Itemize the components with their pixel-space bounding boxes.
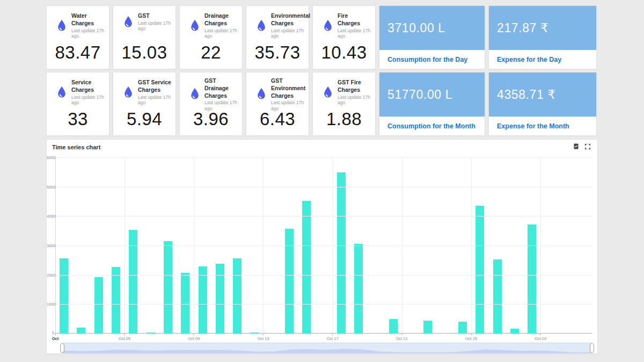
bar[interactable] [77,328,85,334]
bar[interactable] [250,332,259,334]
bar[interactable] [147,332,155,334]
x-tick [332,334,333,335]
x-tick [194,334,194,335]
bar[interactable] [199,266,207,334]
brush-handle-left[interactable] [60,343,64,353]
stat-card-last-update: Last update 17h ago [71,28,105,39]
stat-card-value: 83.47 [49,43,106,64]
bar-chart-plot: 0100020003000400050006000OctOct 05Oct 09… [55,157,592,334]
water-drop-icon [255,19,267,33]
v-gridline [402,157,402,334]
stat-card-title: Water Charges [71,12,105,27]
y-tick-label: 5000 [47,184,54,189]
summary-card-label: Expense for the Month [489,117,596,135]
x-tick-label: Oct 09 [188,336,200,341]
chart-toolbar [574,143,590,149]
stat-card-value: 33 [49,110,106,131]
bar[interactable] [302,201,311,334]
x-tick-label: Oct 25 [465,336,477,341]
stat-card-header: Environmental Charges Last update 17h ag… [249,12,306,39]
y-tick-label: 3000 [47,243,54,248]
chart-range-brush[interactable] [62,343,592,353]
summary-card: 217.87 ₹ Expense for the Day [488,5,597,69]
bar[interactable] [285,229,294,334]
bar[interactable] [164,241,172,334]
bar[interactable] [493,259,502,334]
h-gridline [55,245,592,246]
water-drop-icon [56,19,68,33]
stat-card-title: Service Charges [71,79,105,94]
summary-card: 51770.00 L Consumption for the Month [379,72,485,136]
chart-title: Time series chart [52,144,100,150]
x-tick-label: Oct 17 [327,336,339,341]
x-tick [125,334,125,335]
h-gridline [55,216,592,216]
export-image-icon[interactable] [574,143,579,149]
bar[interactable] [112,267,120,334]
stat-card-title: GST Drainage Charges [204,77,238,100]
stat-card: Water Charges Last update 17h ago 83.47 [46,5,109,69]
stat-card-header: Water Charges Last update 17h ago [49,12,106,39]
stat-card-title: Environmental Charges [271,12,310,27]
v-gridline [333,157,333,334]
x-tick-label: Oct 29 [535,336,546,341]
stat-card-title: GST [138,12,172,20]
stat-card: Service Charges Last update 17h ago 33 [46,72,109,136]
summary-card: 4358.71 ₹ Expense for the Month [488,72,597,136]
stat-card-value: 5.94 [116,110,173,131]
stat-card-last-update: Last update 17h ago [338,28,371,39]
stat-card-title: Drainage Charges [204,12,238,27]
stat-card: GST Last update 17h ago 15.03 [113,5,176,69]
water-drop-icon [122,85,134,99]
water-drop-icon [322,19,334,33]
bar[interactable] [337,172,346,334]
stat-card-header: GST Last update 17h ago [116,12,173,31]
bar[interactable] [458,322,467,334]
stat-card-value: 6.43 [249,110,306,131]
stat-card: GST Drainage Charges Last update 17h ago… [179,72,243,136]
time-series-chart-card: Time series chart 0100020003000400050006… [46,139,598,354]
stat-card-last-update: Last update 17h ago [338,95,371,105]
h-gridline [55,304,592,305]
bar[interactable] [510,329,519,334]
summary-card-value: 51770.00 L [379,73,485,117]
x-tick [263,334,264,335]
stat-card-value: 1.88 [316,110,372,131]
y-tick-label: 4000 [47,214,54,219]
stat-card-value: 15.03 [116,43,173,64]
bar[interactable] [423,321,432,334]
bar[interactable] [60,258,68,334]
water-drop-icon [322,85,334,99]
y-tick-label: 0 [47,330,54,335]
stat-row-1: Water Charges Last update 17h ago 83.47 … [46,5,598,69]
fullscreen-icon[interactable] [585,144,590,149]
stat-card-last-update: Last update 17h ago [138,95,172,105]
summary-card-value: 217.87 ₹ [489,6,596,50]
summary-card-label: Consumption for the Day [379,50,485,69]
bar[interactable] [354,244,363,334]
bar[interactable] [475,206,484,334]
y-tick-label: 6000 [47,155,54,160]
h-gridline [55,275,592,276]
v-gridline [263,157,264,334]
bar[interactable] [233,258,241,334]
summary-card-label: Expense for the Day [489,50,596,69]
stat-card-header: Fire Charges Last update 17h ago [316,12,372,39]
h-gridline [55,187,592,187]
h-gridline [55,157,592,158]
bar[interactable] [94,277,103,334]
v-gridline [194,157,194,334]
bar[interactable] [528,225,536,334]
stat-card-last-update: Last update 17h ago [271,28,310,39]
stat-card: GST Environment Charges Last update 17h … [246,72,309,136]
x-tick-label: Oct [52,336,59,341]
brush-handle-right[interactable] [590,343,594,353]
bar[interactable] [389,319,398,334]
x-tick [401,334,402,335]
stat-card: Environmental Charges Last update 17h ag… [246,5,309,69]
water-drop-icon [122,15,134,29]
stat-card-value: 10.43 [316,43,372,64]
summary-card-value: 4358.71 ₹ [489,73,596,117]
stat-card-header: GST Service Charges Last update 17h ago [116,79,173,105]
bar[interactable] [181,273,189,334]
